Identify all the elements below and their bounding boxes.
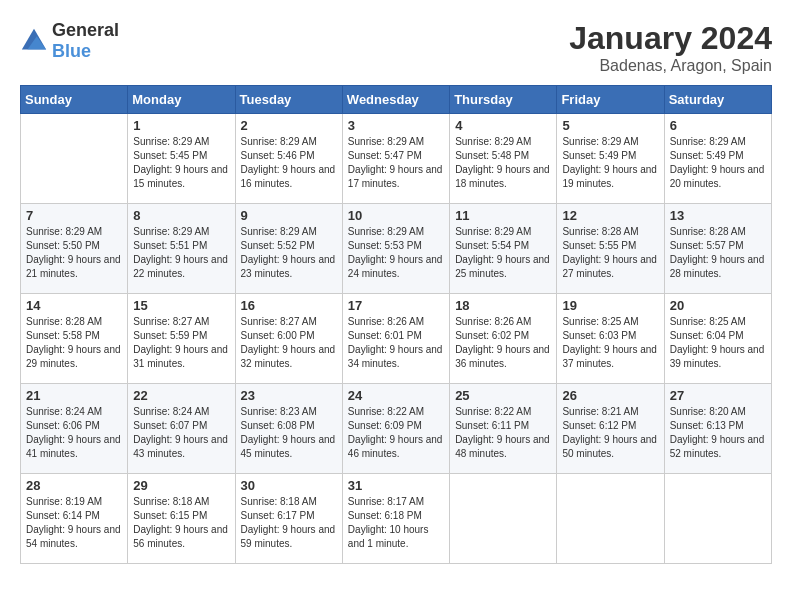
day-number: 3 [348,118,444,133]
month-title: January 2024 [569,20,772,57]
day-info: Sunrise: 8:29 AMSunset: 5:48 PMDaylight:… [455,136,550,189]
day-number: 4 [455,118,551,133]
day-info: Sunrise: 8:22 AMSunset: 6:11 PMDaylight:… [455,406,550,459]
col-header-sunday: Sunday [21,86,128,114]
day-cell: 19 Sunrise: 8:25 AMSunset: 6:03 PMDaylig… [557,294,664,384]
day-number: 13 [670,208,766,223]
day-cell: 5 Sunrise: 8:29 AMSunset: 5:49 PMDayligh… [557,114,664,204]
header: General Blue January 2024 Badenas, Arago… [20,20,772,75]
day-info: Sunrise: 8:27 AMSunset: 5:59 PMDaylight:… [133,316,228,369]
day-info: Sunrise: 8:24 AMSunset: 6:07 PMDaylight:… [133,406,228,459]
day-info: Sunrise: 8:29 AMSunset: 5:49 PMDaylight:… [670,136,765,189]
day-info: Sunrise: 8:29 AMSunset: 5:49 PMDaylight:… [562,136,657,189]
day-number: 5 [562,118,658,133]
day-cell: 16 Sunrise: 8:27 AMSunset: 6:00 PMDaylig… [235,294,342,384]
day-info: Sunrise: 8:29 AMSunset: 5:47 PMDaylight:… [348,136,443,189]
day-info: Sunrise: 8:24 AMSunset: 6:06 PMDaylight:… [26,406,121,459]
title-area: January 2024 Badenas, Aragon, Spain [569,20,772,75]
day-cell: 30 Sunrise: 8:18 AMSunset: 6:17 PMDaylig… [235,474,342,564]
logo-general: General [52,20,119,40]
day-cell: 15 Sunrise: 8:27 AMSunset: 5:59 PMDaylig… [128,294,235,384]
day-cell: 29 Sunrise: 8:18 AMSunset: 6:15 PMDaylig… [128,474,235,564]
col-header-thursday: Thursday [450,86,557,114]
day-number: 15 [133,298,229,313]
week-row-2: 7 Sunrise: 8:29 AMSunset: 5:50 PMDayligh… [21,204,772,294]
day-cell: 20 Sunrise: 8:25 AMSunset: 6:04 PMDaylig… [664,294,771,384]
day-number: 1 [133,118,229,133]
header-row: SundayMondayTuesdayWednesdayThursdayFrid… [21,86,772,114]
week-row-4: 21 Sunrise: 8:24 AMSunset: 6:06 PMDaylig… [21,384,772,474]
day-cell [21,114,128,204]
day-number: 23 [241,388,337,403]
day-number: 2 [241,118,337,133]
calendar-table: SundayMondayTuesdayWednesdayThursdayFrid… [20,85,772,564]
day-cell: 2 Sunrise: 8:29 AMSunset: 5:46 PMDayligh… [235,114,342,204]
day-info: Sunrise: 8:26 AMSunset: 6:01 PMDaylight:… [348,316,443,369]
col-header-wednesday: Wednesday [342,86,449,114]
day-cell: 8 Sunrise: 8:29 AMSunset: 5:51 PMDayligh… [128,204,235,294]
day-cell: 23 Sunrise: 8:23 AMSunset: 6:08 PMDaylig… [235,384,342,474]
day-cell: 12 Sunrise: 8:28 AMSunset: 5:55 PMDaylig… [557,204,664,294]
day-number: 24 [348,388,444,403]
day-info: Sunrise: 8:29 AMSunset: 5:53 PMDaylight:… [348,226,443,279]
day-info: Sunrise: 8:29 AMSunset: 5:46 PMDaylight:… [241,136,336,189]
day-cell: 28 Sunrise: 8:19 AMSunset: 6:14 PMDaylig… [21,474,128,564]
logo: General Blue [20,20,119,62]
col-header-monday: Monday [128,86,235,114]
day-cell: 27 Sunrise: 8:20 AMSunset: 6:13 PMDaylig… [664,384,771,474]
day-number: 27 [670,388,766,403]
logo-icon [20,27,48,55]
day-number: 19 [562,298,658,313]
day-number: 10 [348,208,444,223]
day-info: Sunrise: 8:29 AMSunset: 5:52 PMDaylight:… [241,226,336,279]
day-cell: 31 Sunrise: 8:17 AMSunset: 6:18 PMDaylig… [342,474,449,564]
day-number: 29 [133,478,229,493]
day-cell: 10 Sunrise: 8:29 AMSunset: 5:53 PMDaylig… [342,204,449,294]
day-cell: 21 Sunrise: 8:24 AMSunset: 6:06 PMDaylig… [21,384,128,474]
day-cell: 25 Sunrise: 8:22 AMSunset: 6:11 PMDaylig… [450,384,557,474]
day-cell: 24 Sunrise: 8:22 AMSunset: 6:09 PMDaylig… [342,384,449,474]
day-number: 28 [26,478,122,493]
day-info: Sunrise: 8:20 AMSunset: 6:13 PMDaylight:… [670,406,765,459]
day-info: Sunrise: 8:28 AMSunset: 5:57 PMDaylight:… [670,226,765,279]
day-number: 26 [562,388,658,403]
day-number: 14 [26,298,122,313]
day-cell [557,474,664,564]
day-number: 25 [455,388,551,403]
day-info: Sunrise: 8:25 AMSunset: 6:04 PMDaylight:… [670,316,765,369]
day-info: Sunrise: 8:18 AMSunset: 6:15 PMDaylight:… [133,496,228,549]
day-cell: 17 Sunrise: 8:26 AMSunset: 6:01 PMDaylig… [342,294,449,384]
day-cell: 18 Sunrise: 8:26 AMSunset: 6:02 PMDaylig… [450,294,557,384]
day-info: Sunrise: 8:19 AMSunset: 6:14 PMDaylight:… [26,496,121,549]
day-cell: 11 Sunrise: 8:29 AMSunset: 5:54 PMDaylig… [450,204,557,294]
day-info: Sunrise: 8:21 AMSunset: 6:12 PMDaylight:… [562,406,657,459]
day-cell: 1 Sunrise: 8:29 AMSunset: 5:45 PMDayligh… [128,114,235,204]
day-cell: 6 Sunrise: 8:29 AMSunset: 5:49 PMDayligh… [664,114,771,204]
day-number: 20 [670,298,766,313]
day-number: 16 [241,298,337,313]
day-info: Sunrise: 8:22 AMSunset: 6:09 PMDaylight:… [348,406,443,459]
day-cell: 3 Sunrise: 8:29 AMSunset: 5:47 PMDayligh… [342,114,449,204]
day-cell: 22 Sunrise: 8:24 AMSunset: 6:07 PMDaylig… [128,384,235,474]
day-number: 6 [670,118,766,133]
day-info: Sunrise: 8:27 AMSunset: 6:00 PMDaylight:… [241,316,336,369]
day-info: Sunrise: 8:18 AMSunset: 6:17 PMDaylight:… [241,496,336,549]
day-number: 9 [241,208,337,223]
day-info: Sunrise: 8:28 AMSunset: 5:58 PMDaylight:… [26,316,121,369]
location-title: Badenas, Aragon, Spain [569,57,772,75]
day-info: Sunrise: 8:26 AMSunset: 6:02 PMDaylight:… [455,316,550,369]
day-number: 21 [26,388,122,403]
col-header-saturday: Saturday [664,86,771,114]
week-row-3: 14 Sunrise: 8:28 AMSunset: 5:58 PMDaylig… [21,294,772,384]
week-row-5: 28 Sunrise: 8:19 AMSunset: 6:14 PMDaylig… [21,474,772,564]
day-info: Sunrise: 8:23 AMSunset: 6:08 PMDaylight:… [241,406,336,459]
day-number: 18 [455,298,551,313]
day-number: 22 [133,388,229,403]
day-cell [664,474,771,564]
day-number: 8 [133,208,229,223]
day-number: 30 [241,478,337,493]
day-info: Sunrise: 8:29 AMSunset: 5:51 PMDaylight:… [133,226,228,279]
day-info: Sunrise: 8:25 AMSunset: 6:03 PMDaylight:… [562,316,657,369]
day-number: 11 [455,208,551,223]
day-cell: 7 Sunrise: 8:29 AMSunset: 5:50 PMDayligh… [21,204,128,294]
